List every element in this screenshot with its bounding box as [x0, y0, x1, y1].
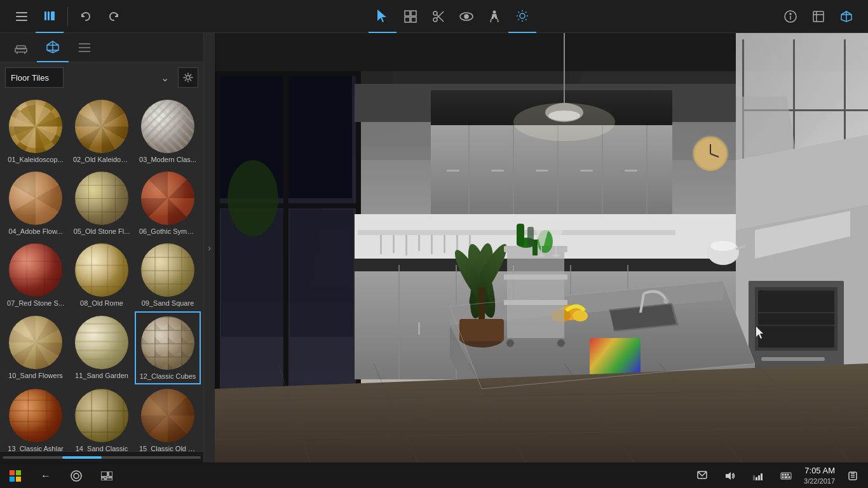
- svg-rect-39: [17, 46, 25, 49]
- svg-rect-0: [16, 12, 27, 13]
- svg-point-184: [74, 473, 79, 478]
- category-dropdown[interactable]: Floor TilesWall TilesWood FloorsCarpetsS…: [5, 67, 64, 88]
- scrollbar-thumb[interactable]: [62, 456, 102, 459]
- panel-expand-button[interactable]: ›: [203, 33, 215, 463]
- viewport[interactable]: [215, 33, 868, 463]
- time-date-display[interactable]: 7:05 AM 3/22/2017: [804, 466, 835, 485]
- back-button[interactable]: ←: [36, 466, 56, 486]
- eye-tool[interactable]: [452, 0, 480, 33]
- date: 3/22/2017: [804, 477, 835, 485]
- svg-point-125: [710, 241, 736, 251]
- material-item-7[interactable]: 07_Red Stone S...: [3, 239, 69, 311]
- notification-icon[interactable]: [692, 466, 712, 486]
- svg-rect-117: [393, 235, 395, 253]
- library-icon[interactable]: [36, 0, 64, 33]
- material-item-2[interactable]: 02_Old Kaleidosc...: [69, 95, 135, 167]
- svg-rect-193: [758, 475, 760, 480]
- keyboard-icon[interactable]: [776, 466, 796, 486]
- arrange-tool[interactable]: [397, 0, 424, 33]
- svg-rect-167: [517, 224, 524, 246]
- svg-rect-4: [48, 11, 50, 20]
- settings-button[interactable]: [178, 67, 198, 88]
- svg-rect-152: [459, 319, 504, 341]
- action-center-icon[interactable]: [843, 466, 863, 486]
- svg-point-16: [465, 15, 468, 18]
- material-item-3[interactable]: 03_Modern Clas...: [135, 95, 201, 167]
- material-sphere-11: [75, 316, 128, 369]
- svg-rect-72: [215, 71, 361, 76]
- scrollbar-track[interactable]: [3, 456, 201, 459]
- material-sphere-1: [9, 100, 62, 153]
- svg-rect-84: [491, 170, 504, 172]
- svg-rect-10: [411, 17, 416, 22]
- network-icon[interactable]: [748, 466, 768, 486]
- menu-icon[interactable]: [8, 0, 36, 33]
- material-label-4: 04_Adobe Flow...: [8, 227, 62, 236]
- svg-rect-196: [782, 474, 783, 475]
- material-label-12: 12_Classic Cubes: [140, 372, 196, 381]
- volume-icon[interactable]: [720, 466, 740, 486]
- material-item-11[interactable]: 11_Sand Garden: [69, 311, 135, 384]
- svg-rect-8: [411, 11, 416, 16]
- material-item-4[interactable]: 04_Adobe Flow...: [3, 167, 69, 239]
- kitchen-scene-svg: [215, 33, 868, 463]
- material-label-9: 09_Sand Square: [142, 299, 194, 308]
- cube-tool[interactable]: [832, 0, 860, 33]
- svg-line-28: [518, 19, 519, 20]
- material-label-2: 02_Old Kaleidosc...: [73, 156, 130, 164]
- scissors-tool[interactable]: [424, 0, 452, 33]
- svg-rect-194: [761, 473, 763, 480]
- category-dropdown-wrapper[interactable]: Floor TilesWall TilesWood FloorsCarpetsS…: [5, 67, 174, 88]
- svg-rect-118: [405, 235, 407, 255]
- cortana-button[interactable]: [66, 466, 86, 486]
- material-label-8: 08_Old Rome: [80, 299, 123, 308]
- material-item-8[interactable]: 08_Old Rome: [69, 239, 135, 311]
- material-sphere-9: [141, 243, 194, 297]
- material-item-9[interactable]: 09_Sand Square: [135, 239, 201, 311]
- svg-rect-198: [787, 474, 789, 475]
- walk-tool[interactable]: [480, 0, 508, 33]
- start-button[interactable]: [5, 466, 25, 486]
- material-item-14[interactable]: 14_Sand Classic: [69, 384, 135, 451]
- svg-rect-9: [405, 17, 410, 22]
- svg-point-49: [186, 76, 190, 79]
- material-label-6: 06_Gothic Symb...: [139, 227, 196, 236]
- svg-rect-186: [109, 471, 112, 477]
- material-item-5[interactable]: 05_Old Stone Fl...: [69, 167, 135, 239]
- svg-rect-74: [288, 76, 352, 198]
- svg-rect-7: [405, 11, 410, 16]
- material-item-1[interactable]: 01_Kaleidoscop...: [3, 95, 69, 167]
- svg-line-25: [518, 11, 519, 13]
- material-tab[interactable]: [37, 33, 69, 62]
- material-label-5: 05_Old Stone Fl...: [74, 227, 130, 236]
- panel-tabs: [0, 33, 203, 62]
- left-panel: Floor TilesWall TilesWood FloorsCarpetsS…: [0, 33, 203, 463]
- material-item-13[interactable]: 13_Classic Ashlar: [3, 384, 69, 451]
- svg-point-114: [513, 103, 615, 141]
- material-item-6[interactable]: 06_Gothic Symb...: [135, 167, 201, 239]
- material-item-10[interactable]: 10_Sand Flowers: [3, 311, 69, 384]
- svg-point-31: [790, 13, 791, 15]
- cursor-tool[interactable]: [369, 0, 397, 33]
- svg-rect-192: [753, 475, 755, 480]
- taskview-button[interactable]: [97, 466, 117, 486]
- svg-rect-180: [16, 470, 21, 475]
- sun-tool[interactable]: [508, 0, 536, 33]
- material-item-15[interactable]: 15_Classic Old C...: [135, 384, 201, 451]
- svg-rect-87: [625, 170, 637, 172]
- info-tool[interactable]: [776, 0, 804, 33]
- redo-icon[interactable]: [100, 0, 128, 33]
- undo-icon[interactable]: [72, 0, 100, 33]
- svg-line-19: [498, 19, 498, 22]
- panel-scrollbar[interactable]: [0, 451, 203, 463]
- material-item-12[interactable]: 12_Classic Cubes: [135, 311, 201, 384]
- svg-rect-2: [16, 20, 27, 21]
- svg-point-20: [520, 13, 525, 18]
- svg-point-75: [227, 160, 278, 236]
- svg-rect-108: [761, 357, 825, 361]
- frame-tool[interactable]: [804, 0, 832, 33]
- svg-rect-67: [290, 210, 353, 337]
- furniture-tab[interactable]: [5, 33, 37, 62]
- list-tab[interactable]: [69, 33, 100, 62]
- main-content: Floor TilesWall TilesWood FloorsCarpetsS…: [0, 33, 868, 463]
